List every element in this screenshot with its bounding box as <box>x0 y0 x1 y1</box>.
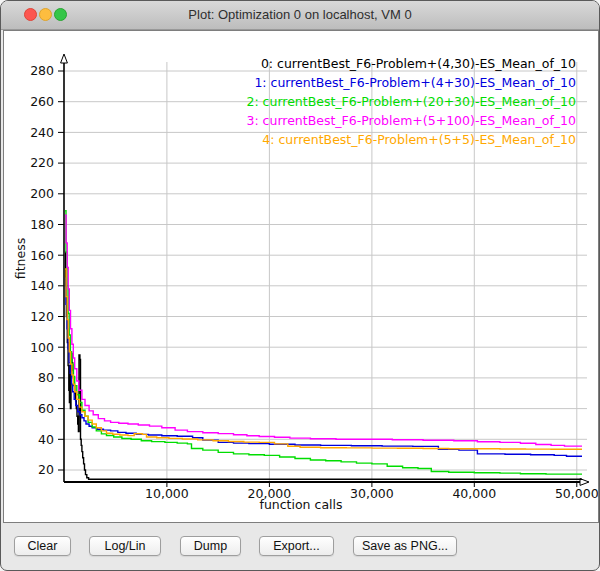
title-bar[interactable]: Plot: Optimization 0 on localhost, VM 0 <box>1 1 599 30</box>
y-tick-label: 120 <box>30 309 54 324</box>
y-tick-label: 160 <box>30 248 54 263</box>
y-tick-label: 60 <box>38 401 54 416</box>
y-tick-label: 20 <box>38 462 54 477</box>
legend-item: 4: currentBest_F6-Problem+(5+5)-ES_Mean_… <box>246 130 576 149</box>
y-tick-label: 260 <box>30 94 54 109</box>
x-axis-label: function calls <box>6 497 596 512</box>
window-title: Plot: Optimization 0 on localhost, VM 0 <box>1 1 599 29</box>
log-lin-button[interactable]: Log/Lin <box>89 536 161 556</box>
y-axis-label: fitness <box>13 229 28 289</box>
legend-item: 2: currentBest_F6-Problem+(20+30)-ES_Mea… <box>246 92 576 111</box>
y-tick-label: 180 <box>30 217 54 232</box>
y-tick-label: 140 <box>30 278 54 293</box>
legend-item: 0: currentBest_F6-Problem+(4,30)-ES_Mean… <box>246 54 576 73</box>
legend-item: 1: currentBest_F6-Problem+(4+30)-ES_Mean… <box>246 73 576 92</box>
y-tick-label: 40 <box>38 432 54 447</box>
clear-button[interactable]: Clear <box>14 536 71 556</box>
y-tick-label: 220 <box>30 155 54 170</box>
y-axis-arrow-icon <box>61 54 68 63</box>
series-line-3 <box>65 215 587 446</box>
series-line-4 <box>65 269 587 449</box>
export-button[interactable]: Export... <box>259 536 334 556</box>
plot-window: Plot: Optimization 0 on localhost, VM 0 … <box>0 0 600 571</box>
y-tick-label: 200 <box>30 186 54 201</box>
plot-panel: 2040608010012014016018020022024026028010… <box>3 30 599 523</box>
series-line-1 <box>65 278 587 456</box>
save-as-png-button[interactable]: Save as PNG... <box>353 536 457 556</box>
dump-button[interactable]: Dump <box>180 536 241 556</box>
legend-item: 3: currentBest_F6-Problem+(5+100)-ES_Mea… <box>246 111 576 130</box>
legend: 0: currentBest_F6-Problem+(4,30)-ES_Mean… <box>246 54 576 149</box>
y-tick-label: 100 <box>30 340 54 355</box>
y-tick-label: 240 <box>30 125 54 140</box>
y-tick-label: 80 <box>38 370 54 385</box>
y-tick-label: 280 <box>30 63 54 78</box>
